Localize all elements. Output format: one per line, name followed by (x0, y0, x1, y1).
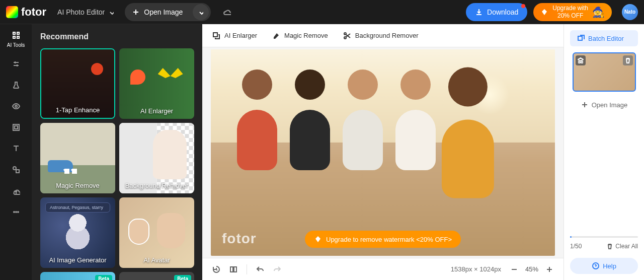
svg-rect-3 (17, 36, 19, 38)
upgrade-button[interactable]: Upgrade with 20% OFF 🧙 (533, 3, 612, 21)
zoom-level: 45% (525, 265, 538, 273)
card-ai-avatar[interactable]: AI Avatar (119, 197, 194, 268)
logo-mark-icon (6, 6, 18, 18)
help-label: Help (603, 262, 616, 270)
flask-icon (11, 80, 21, 90)
diamond-icon (540, 8, 548, 16)
rail-more[interactable] (4, 207, 28, 217)
beta-badge: Beta (174, 275, 191, 280)
svg-rect-8 (16, 170, 19, 173)
card-label: AI Image Generator (40, 256, 115, 264)
tool-background-remover[interactable]: Background Remover (343, 32, 419, 40)
user-avatar[interactable]: Nato (622, 4, 638, 20)
card-label: AI Avatar (119, 256, 194, 264)
shapes-icon (11, 165, 21, 175)
card-beta-1[interactable]: Beta (40, 272, 115, 280)
svg-point-4 (15, 105, 17, 107)
help-button[interactable]: Help (570, 258, 638, 274)
card-magic-remove[interactable]: Magic Remove (40, 123, 115, 193)
delete-thumb-button[interactable] (623, 55, 633, 65)
card-background-remover[interactable]: Background Remover (119, 123, 194, 193)
generator-prompt-chip: Astronaut, Pegasus, starry (45, 202, 110, 213)
zoom-in-button[interactable] (545, 265, 553, 273)
tool-magic-remove[interactable]: Magic Remove (272, 32, 328, 40)
svg-point-11 (18, 212, 19, 213)
upgrade-pill-label: Upgrade to remove watermark <20% OFF> (326, 236, 452, 243)
plus-icon (581, 101, 589, 109)
compare-button[interactable] (229, 265, 237, 273)
panel-title: Recommend (40, 32, 194, 41)
frame-icon (11, 122, 21, 132)
redo-icon (273, 265, 281, 273)
upgrade-line2: 20% OFF (557, 12, 583, 19)
mode-dropdown[interactable]: AI Photo Editor (52, 5, 119, 19)
ai-tools-icon (11, 30, 21, 40)
cloud-sync-button[interactable] (223, 7, 231, 17)
layers-icon (578, 57, 584, 63)
cloud-up-icon (11, 186, 21, 196)
scissors-icon (343, 32, 351, 40)
tool-ai-enlarger[interactable]: AI Enlarger (212, 32, 257, 40)
open-image-split-button[interactable] (193, 4, 209, 20)
tool-label: AI Enlarger (224, 32, 257, 39)
undo-icon (256, 265, 264, 273)
svg-rect-6 (15, 126, 18, 129)
rail-ai-tools[interactable]: AI Tools (4, 30, 28, 48)
compare-icon (229, 265, 237, 273)
svg-point-10 (16, 212, 17, 213)
card-ai-image-generator[interactable]: Astronaut, Pegasus, starry AI Image Gene… (40, 197, 115, 268)
card-label: Background Remover (119, 182, 194, 189)
svg-point-9 (14, 212, 15, 213)
download-button[interactable]: Download (466, 3, 527, 21)
batch-editor-button[interactable]: Batch Editor (570, 30, 638, 46)
clear-all-label: Clear All (615, 243, 638, 250)
rail-upload[interactable] (4, 186, 28, 196)
open-image-button[interactable]: Open Image (132, 8, 188, 16)
sliders-icon (11, 59, 21, 69)
plus-icon (132, 8, 140, 16)
recommend-panel: Recommend 1-Tap Enhance AI Enlarger Magi… (32, 24, 202, 280)
rail-beauty[interactable] (4, 101, 28, 111)
avatar-label: Nato (624, 9, 635, 15)
rail-ai-tools-label: AI Tools (7, 42, 25, 48)
svg-point-14 (344, 37, 346, 39)
image-count: 1/50 (570, 243, 582, 250)
card-ai-enlarger[interactable]: AI Enlarger (119, 48, 194, 119)
svg-rect-1 (17, 32, 19, 34)
notification-dot-icon (521, 4, 525, 8)
card-label: 1-Tap Enhance (41, 106, 114, 114)
svg-rect-0 (13, 32, 15, 34)
card-1tap-enhance[interactable]: 1-Tap Enhance (40, 48, 115, 119)
image-thumbnail[interactable] (573, 52, 636, 92)
help-icon (592, 262, 600, 270)
app-header: fotor AI Photo Editor Open Image Downloa… (0, 0, 644, 24)
canvas[interactable]: fotor Upgrade to remove watermark <20% O… (202, 47, 564, 258)
download-icon (475, 8, 483, 16)
svg-rect-2 (13, 36, 15, 38)
clear-all-button[interactable]: Clear All (607, 243, 638, 250)
rail-text[interactable] (4, 144, 28, 154)
witch-icon: 🧙 (592, 6, 605, 18)
canvas-footer: 1538px × 1024px 45% (202, 258, 564, 280)
open-image-label: Open Image (144, 8, 183, 16)
brand-logo[interactable]: fotor (6, 6, 46, 19)
card-beta-2[interactable]: Beta (119, 272, 194, 280)
upgrade-line1: Upgrade with (552, 5, 588, 12)
svg-rect-16 (234, 267, 236, 272)
zoom-out-button[interactable] (510, 265, 518, 273)
remove-watermark-button[interactable]: Upgrade to remove watermark <20% OFF> (305, 231, 461, 248)
rail-effects[interactable] (4, 80, 28, 90)
rail-adjust[interactable] (4, 59, 28, 69)
open-image-right-button[interactable]: Open Image (570, 97, 638, 113)
rail-elements[interactable] (4, 165, 28, 175)
layers-button[interactable] (576, 55, 586, 65)
redo-button[interactable] (273, 265, 281, 273)
canvas-area: AI Enlarger Magic Remove Background Remo… (202, 24, 564, 280)
batch-label: Batch Editor (588, 35, 624, 42)
canvas-image: fotor Upgrade to remove watermark <20% O… (211, 49, 555, 256)
minus-icon (510, 265, 518, 273)
history-button[interactable] (212, 265, 220, 273)
rail-frames[interactable] (4, 122, 28, 132)
chevron-down-icon (109, 10, 114, 15)
undo-button[interactable] (256, 265, 264, 273)
